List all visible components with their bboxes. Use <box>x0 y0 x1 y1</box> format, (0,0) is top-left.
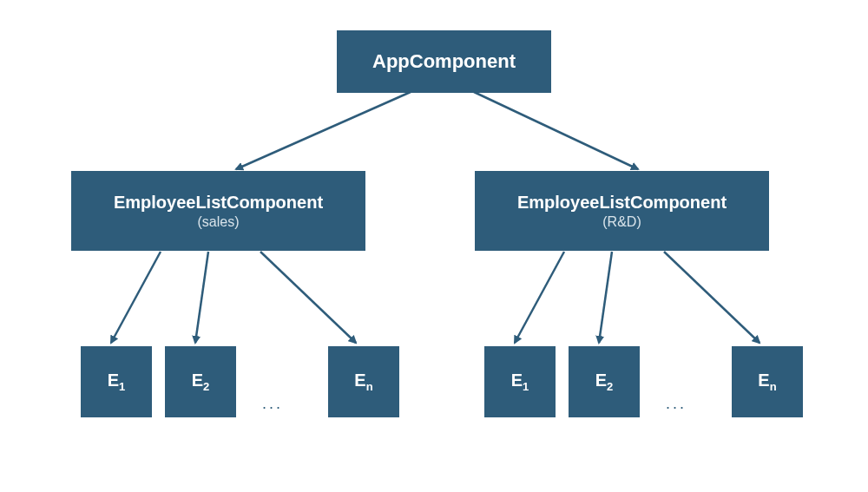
node-leaf-sales-e1: E1 <box>81 346 152 417</box>
node-leaf-sales-en: En <box>328 346 399 417</box>
node-app-component: AppComponent <box>337 30 551 93</box>
node-leaf-rd-e2: E2 <box>569 346 640 417</box>
svg-line-2 <box>111 252 161 343</box>
node-employee-list-rd: EmployeeListComponent (R&D) <box>475 171 769 251</box>
svg-line-4 <box>260 252 356 343</box>
node-app-component-title: AppComponent <box>372 50 516 73</box>
svg-line-6 <box>599 252 612 343</box>
node-leaf-sales-en-label: En <box>354 371 372 393</box>
node-employee-list-sales-subtitle: (sales) <box>197 214 239 230</box>
node-leaf-rd-e1: E1 <box>484 346 556 417</box>
svg-line-7 <box>664 252 760 343</box>
node-leaf-rd-en: En <box>732 346 803 417</box>
svg-line-1 <box>474 92 638 169</box>
node-employee-list-sales-title: EmployeeListComponent <box>114 193 323 213</box>
node-leaf-sales-e2-label: E2 <box>192 371 210 393</box>
node-leaf-sales-e2: E2 <box>165 346 236 417</box>
node-employee-list-rd-title: EmployeeListComponent <box>517 193 727 213</box>
svg-line-0 <box>236 92 411 169</box>
node-leaf-sales-e1-label: E1 <box>108 371 126 393</box>
ellipsis-sales: ... <box>262 395 283 413</box>
node-leaf-rd-e2-label: E2 <box>595 371 614 393</box>
svg-line-3 <box>195 252 208 343</box>
node-leaf-rd-en-label: En <box>758 371 776 393</box>
node-employee-list-rd-subtitle: (R&D) <box>602 214 641 230</box>
node-employee-list-sales: EmployeeListComponent (sales) <box>71 171 365 251</box>
node-leaf-rd-e1-label: E1 <box>511 371 529 393</box>
svg-line-5 <box>515 252 564 343</box>
ellipsis-rd: ... <box>666 395 687 413</box>
